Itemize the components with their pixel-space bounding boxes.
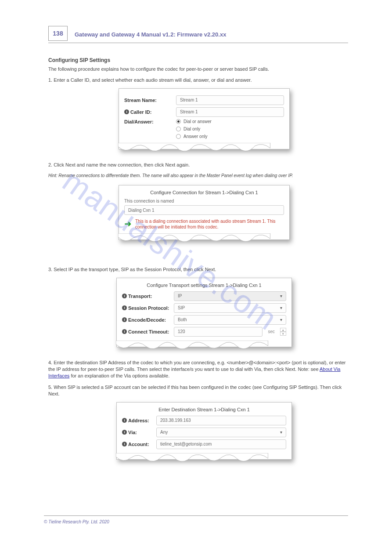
radio-icon xyxy=(176,134,181,139)
header-title: Gateway and Gateway 4 Manual v1.2: Firmw… xyxy=(75,31,226,38)
label-text: Via: xyxy=(128,430,137,435)
hint-text: Hint: Rename connections to differentiat… xyxy=(48,173,348,179)
address-label: iAddress: xyxy=(122,418,153,423)
transport-select[interactable]: IP xyxy=(174,291,286,301)
label-text: Session Protocol: xyxy=(128,305,169,311)
session-protocol-select[interactable]: SIP xyxy=(174,303,286,313)
info-icon: i xyxy=(122,442,127,446)
stream-name-input[interactable]: Stream 1 xyxy=(176,95,284,105)
card-transport-settings: Configure Transport settings Stream 1->D… xyxy=(116,278,292,347)
page-footer: © Tieline Research Pty. Ltd. 2020 xyxy=(44,515,348,524)
connection-note-text: This is a dialing connection associated … xyxy=(135,218,284,230)
step-2: 2. Click Next and name the new connectio… xyxy=(48,162,348,168)
torn-edge-icon xyxy=(116,341,268,352)
page-content: Configuring SIP Settings The following p… xyxy=(48,57,348,464)
section-title: Configuring SIP Settings xyxy=(48,57,348,63)
radio-label: Dial only xyxy=(183,127,200,131)
label-text: Transport: xyxy=(128,294,152,299)
radio-label: Dial or answer xyxy=(183,119,212,124)
chevron-down-icon: ▾ xyxy=(280,332,286,336)
card-stream-settings: Stream Name: Stream 1 i Caller ID: Strea… xyxy=(119,88,290,149)
radio-icon xyxy=(176,127,181,131)
torn-edge-icon xyxy=(118,233,270,245)
info-icon: i xyxy=(122,430,127,435)
via-select[interactable]: Any xyxy=(156,428,286,437)
encode-decode-select[interactable]: Both xyxy=(174,315,286,325)
card-title: Configure Transport settings Stream 1->D… xyxy=(122,283,286,288)
label-text: Encode/Decode: xyxy=(128,317,166,323)
session-protocol-label: iSession Protocol: xyxy=(122,305,170,311)
stream-name-label: Stream Name: xyxy=(124,98,173,103)
radio-label: Answer only xyxy=(183,134,207,139)
card-destination: Enter Destination Stream 1->Dialing Cxn … xyxy=(116,402,292,460)
encode-decode-label: iEncode/Decode: xyxy=(122,317,170,323)
connection-named-label: This connection is named xyxy=(124,199,284,203)
step-4: 4. Enter the destination SIP Address of … xyxy=(48,359,348,380)
label-text: Account: xyxy=(128,442,149,447)
dial-answer-radio-group: Dial or answer Dial only Answer only xyxy=(176,119,284,139)
step-4-text-a: 4. Enter the destination SIP Address of … xyxy=(48,360,345,372)
connect-timeout-label: iConnect Timeout: xyxy=(122,329,170,334)
account-label: iAccount: xyxy=(122,442,153,447)
torn-edge-icon xyxy=(116,453,268,464)
chevron-up-icon: ▴ xyxy=(280,328,286,332)
radio-dial-or-answer[interactable]: Dial or answer xyxy=(176,119,284,124)
timeout-unit: sec xyxy=(268,329,275,334)
address-input[interactable]: 203.38.199.163 xyxy=(156,416,286,425)
info-icon: i xyxy=(122,305,127,310)
info-icon: i xyxy=(124,109,129,114)
account-input[interactable]: tieline_test@getonsip.com xyxy=(156,439,286,449)
info-icon: i xyxy=(122,418,127,423)
label-text: Connect Timeout: xyxy=(128,329,169,334)
radio-answer-only[interactable]: Answer only xyxy=(176,134,284,139)
via-label: iVia: xyxy=(122,430,153,435)
page-number: 138 xyxy=(48,26,68,41)
card-title: Enter Destination Stream 1->Dialing Cxn … xyxy=(122,407,286,412)
dial-answer-label: Dial/Answer: xyxy=(124,119,173,124)
step-1: 1. Enter a Caller ID, and select whether… xyxy=(48,77,348,83)
caller-id-label-text: Caller ID: xyxy=(130,109,151,115)
connect-timeout-input[interactable]: 120 xyxy=(174,327,263,337)
radio-dial-only[interactable]: Dial only xyxy=(176,127,284,131)
label-text: Address: xyxy=(128,418,149,423)
arrow-right-icon: ➜ xyxy=(124,218,132,230)
timeout-stepper[interactable]: ▴▾ xyxy=(280,328,286,336)
info-icon: i xyxy=(122,317,127,322)
step-5: 5. When SIP is selected a SIP account ca… xyxy=(48,384,348,398)
info-icon: i xyxy=(122,294,127,298)
page-header: 138 Gateway and Gateway 4 Manual v1.2: F… xyxy=(48,26,348,43)
card-title: Configure Connection for Stream 1->Diali… xyxy=(124,190,284,195)
info-icon: i xyxy=(122,329,127,334)
caller-id-label: i Caller ID: xyxy=(124,109,173,115)
caller-id-input[interactable]: Stream 1 xyxy=(176,107,284,117)
torn-edge-icon xyxy=(118,143,270,154)
intro-text: The following procedure explains how to … xyxy=(48,66,348,73)
connection-name-input[interactable]: Dialing Cxn 1 xyxy=(124,205,284,215)
card-configure-connection: Configure Connection for Stream 1->Diali… xyxy=(119,185,290,240)
transport-label: iTransport: xyxy=(122,294,170,299)
connection-note: ➜ This is a dialing connection associate… xyxy=(124,218,284,230)
radio-icon xyxy=(176,119,181,124)
step-4-text-b: for an explanation of the Via options av… xyxy=(71,373,169,378)
step-3: 3. Select IP as the transport type, SIP … xyxy=(48,266,348,273)
